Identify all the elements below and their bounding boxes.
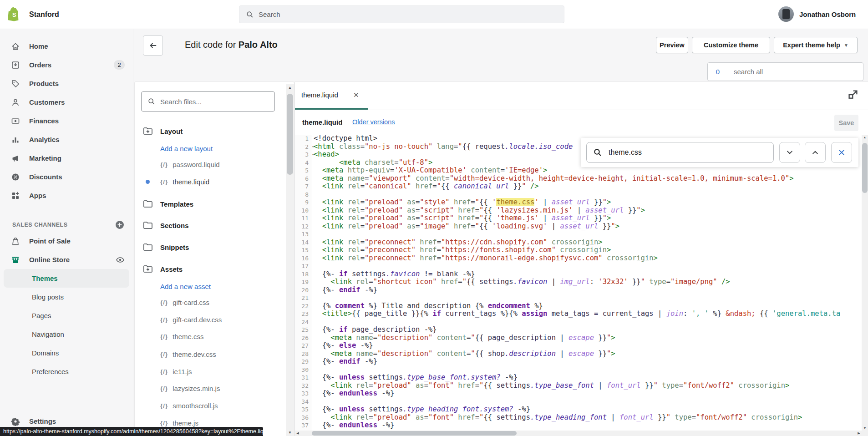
avatar[interactable] — [778, 6, 794, 22]
editor-tab-bar: theme.liquid ✕ — [295, 82, 868, 110]
sidebar-item-navigation[interactable]: Navigation — [0, 325, 133, 344]
tree-section-label: Snippets — [160, 243, 189, 251]
sidebar-item-preferences[interactable]: Preferences — [0, 362, 133, 381]
selected-file-dot — [146, 180, 150, 184]
add-channel-button[interactable] — [115, 220, 125, 230]
tree-action-add-a-new-asset[interactable]: Add a new asset — [135, 279, 310, 293]
tree-section-sections[interactable]: Sections — [135, 218, 285, 232]
line-number: 31 — [295, 374, 311, 382]
close-find-button[interactable] — [831, 142, 852, 163]
scrollbar-thumb[interactable] — [312, 431, 517, 436]
line-number: 25 — [295, 326, 311, 334]
tree-section-assets[interactable]: Assets — [135, 262, 285, 276]
tree-file-theme-dev-css[interactable]: {/}theme.dev.css — [135, 347, 310, 361]
folder-icon — [142, 242, 153, 252]
older-versions-link[interactable]: Older versions — [352, 110, 395, 135]
file-panel-scrollbar[interactable]: ▲ ▼ — [286, 84, 294, 436]
line-number: 35 — [295, 406, 311, 414]
line-number: 5 — [295, 167, 311, 175]
sidebar-item-pages[interactable]: Pages — [0, 306, 133, 325]
tab-theme-liquid[interactable]: theme.liquid — [301, 82, 338, 108]
sidebar-item-point-of-sale[interactable]: Point of Sale — [0, 232, 133, 250]
save-button[interactable]: Save — [834, 115, 858, 131]
find-next-button[interactable] — [779, 142, 800, 163]
sidebar-item-analytics[interactable]: Analytics — [0, 130, 133, 149]
search-files-input[interactable]: Search files... — [141, 91, 275, 112]
sidebar-item-finances[interactable]: Finances — [0, 112, 133, 130]
editor-hscrollbar[interactable]: ◀ ▶ — [295, 431, 862, 436]
code-line-36: <link rel="preload" as="font" href="{{ s… — [314, 414, 868, 422]
scroll-down-arrow[interactable]: ▼ — [286, 429, 294, 436]
sidebar-item-online-store[interactable]: Online Store — [0, 250, 133, 269]
customize-theme-button[interactable]: Customize theme — [692, 37, 770, 53]
file-name: ie11.js — [173, 368, 192, 375]
global-search-input[interactable]: Search — [239, 5, 564, 23]
scroll-down-arrow[interactable]: ▼ — [862, 426, 868, 430]
tree-file-ie11-js[interactable]: {/}ie11.js — [135, 365, 310, 378]
preview-button[interactable]: Preview — [656, 37, 688, 53]
sidebar-item-home[interactable]: Home — [0, 37, 133, 56]
scroll-up-arrow[interactable]: ▲ — [286, 84, 294, 91]
tree-section-snippets[interactable]: Snippets — [135, 240, 285, 254]
tree-file-password-liquid[interactable]: {/}password.liquid — [135, 157, 310, 171]
tree-section-templates[interactable]: Templates — [135, 197, 285, 211]
scrollbar-thumb[interactable] — [862, 143, 868, 193]
tree-file-gift-card-css[interactable]: {/}gift-card.css — [135, 295, 310, 309]
line-number: 3▾ — [295, 151, 311, 159]
sidebar-item-products[interactable]: Products — [0, 74, 133, 93]
find-query-input[interactable] — [608, 148, 755, 157]
gear-icon — [11, 417, 20, 426]
sales-channels-header: SALES CHANNELS — [0, 218, 133, 232]
find-input[interactable] — [586, 142, 774, 163]
code-line-31: {%- unless settings.type_base_font.syste… — [314, 374, 868, 382]
sidebar-item-label: Marketing — [29, 154, 61, 162]
code-lines[interactable]: <!doctype html><html class="no-js no-tou… — [314, 135, 868, 436]
line-number: 2▾ — [295, 143, 311, 151]
top-bar: S Stanford Search Jonathan Osborn — [0, 0, 868, 29]
scroll-up-arrow[interactable]: ▲ — [862, 136, 868, 139]
back-button[interactable] — [143, 35, 163, 56]
eye-icon[interactable] — [116, 255, 125, 264]
code-area[interactable]: 12▾3▾45678910111213141516171819202122232… — [295, 135, 868, 436]
line-number: 27 — [295, 342, 311, 350]
tree-file-theme-css[interactable]: {/}theme.css — [135, 330, 310, 343]
products-icon — [11, 79, 20, 88]
sidebar-item-marketing[interactable]: Marketing — [0, 149, 133, 167]
sidebar-item-customers[interactable]: Customers — [0, 93, 133, 112]
fullscreen-icon[interactable] — [847, 88, 859, 101]
line-number: 7 — [295, 183, 311, 191]
close-tab-icon[interactable]: ✕ — [353, 82, 359, 108]
code-line-34 — [314, 398, 868, 406]
tree-file-smoothscroll-js[interactable]: {/}smoothscroll.js — [135, 399, 310, 412]
sidebar-item-orders[interactable]: Orders2 — [0, 56, 133, 74]
sidebar-item-themes[interactable]: Themes — [4, 269, 129, 288]
tree-file-gift-card-dev-css[interactable]: {/}gift-card.dev.css — [135, 313, 310, 326]
sidebar-item-apps[interactable]: Apps — [0, 186, 133, 205]
tree-action-add-a-new-layout[interactable]: Add a new layout — [135, 142, 310, 155]
sidebar-item-discounts[interactable]: Discounts — [0, 167, 133, 186]
code-line-32: <link rel="preload" as="font" href="{{ s… — [314, 382, 868, 390]
expert-theme-help-button[interactable]: Expert theme help▼ — [774, 37, 858, 53]
scroll-right-arrow[interactable]: ▶ — [856, 431, 862, 435]
tree-file-theme-liquid[interactable]: {/}theme.liquid — [135, 175, 310, 188]
file-name: password.liquid — [173, 161, 219, 168]
sidebar-item-domains[interactable]: Domains — [0, 344, 133, 362]
sidebar-item-blog-posts[interactable]: Blog posts — [0, 288, 133, 306]
code-line-10: <link rel="preload" as="script" href="{{… — [314, 207, 868, 215]
search-all-box[interactable]: 0 search all — [707, 62, 863, 81]
global-search-placeholder: Search — [259, 10, 280, 18]
tree-file-lazysizes-min-js[interactable]: {/}lazysizes.min.js — [135, 381, 310, 395]
editor-vscrollbar[interactable]: ▲ ▼ — [862, 135, 868, 436]
line-number: 36 — [295, 414, 311, 422]
line-number: 6 — [295, 175, 311, 183]
scroll-left-arrow[interactable]: ◀ — [295, 431, 300, 435]
tree-section-layout[interactable]: Layout — [135, 124, 285, 138]
code-line-18: {%- if settings.favicon != blank -%} — [314, 270, 868, 279]
code-line-29: {%- endif -%} — [314, 358, 868, 366]
line-number: 34 — [295, 398, 311, 406]
code-line-23: <title>{{ page_title }}{% if current_tag… — [314, 310, 868, 318]
user-name[interactable]: Jonathan Osborn — [799, 0, 856, 29]
scrollbar-thumb[interactable] — [287, 94, 293, 175]
folder-open-icon — [142, 264, 153, 274]
find-previous-button[interactable] — [805, 142, 826, 163]
